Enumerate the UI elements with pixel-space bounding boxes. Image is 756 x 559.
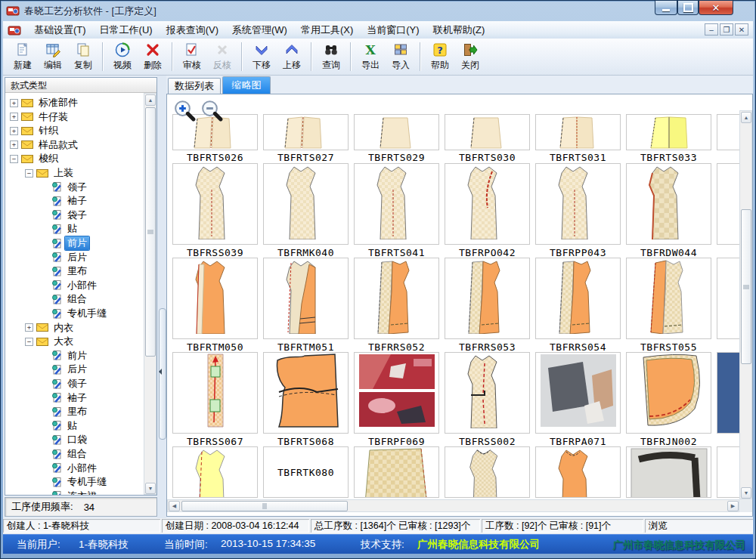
tree-item-组合[interactable]: 组合 xyxy=(40,447,89,461)
thumbnail-cell-TBFRPO042[interactable] xyxy=(445,163,530,245)
tree-item-袖子[interactable]: 袖子 xyxy=(40,391,89,405)
menu-item-2[interactable]: 日常工作(U) xyxy=(93,21,160,39)
tree-item-内衣[interactable]: +内衣 xyxy=(25,321,76,335)
tree-item-大衣[interactable]: −大衣 xyxy=(25,335,76,348)
tree-item-贴[interactable]: 贴 xyxy=(40,419,79,433)
tree-item-领子[interactable]: 领子 xyxy=(40,377,89,391)
grid-hscroll-thumb[interactable] xyxy=(181,501,348,511)
thumbnail-cell-partial[interactable] xyxy=(717,352,742,434)
thumbnail-cell-TBFRTM050[interactable] xyxy=(172,258,258,339)
maximize-button[interactable] xyxy=(677,1,699,15)
thumbnail-cell-TBFRTS029[interactable] xyxy=(354,114,439,150)
tree-item-前片-selected[interactable]: 前片 xyxy=(40,236,89,250)
thumbnail-cell-TBFRDW044[interactable] xyxy=(626,163,711,245)
toolbar-audit-button[interactable]: 审核 xyxy=(177,40,207,73)
tree-item-专机手缝[interactable]: 专机手缝 xyxy=(40,307,109,320)
tree-item-前片[interactable]: 前片 xyxy=(40,349,89,363)
tree-item-组合[interactable]: 组合 xyxy=(40,292,89,306)
thumbnail-cell-partial[interactable] xyxy=(717,258,742,339)
toolbar-import-button[interactable]: 导入 xyxy=(386,40,416,73)
tree-item-连衣裙[interactable]: 连衣裙 xyxy=(40,490,99,495)
thumbnail-cell-TBFRSS002[interactable] xyxy=(445,352,530,434)
tab-thumbnail[interactable]: 缩略图 xyxy=(222,76,271,94)
tree-item-里布[interactable]: 里布 xyxy=(40,405,89,418)
grid-hscrollbar[interactable]: ◀ ▶ xyxy=(167,499,739,512)
expand-icon[interactable]: + xyxy=(10,141,18,149)
tree-scroll-thumb[interactable] xyxy=(145,107,156,357)
zoom-out-button[interactable] xyxy=(200,99,223,122)
tree-item-针织[interactable]: +针织 xyxy=(10,124,60,137)
tree-scroll-up-icon[interactable]: ▲ xyxy=(145,94,156,106)
thumbnail-cell[interactable] xyxy=(626,446,711,498)
thumbnail-cell-TBFRJN002[interactable] xyxy=(626,352,711,434)
collapse-icon[interactable]: − xyxy=(25,338,33,346)
toolbar-help-button[interactable]: ?帮助 xyxy=(425,40,455,73)
mdi-restore-button[interactable]: ❐ xyxy=(720,23,733,36)
toolbar-new-button[interactable]: 新建 xyxy=(8,40,38,73)
thumbnail-cell-TBFRTM051[interactable] xyxy=(263,258,349,339)
tree-item-领子[interactable]: 领子 xyxy=(40,181,89,194)
tree-item-后片[interactable]: 后片 xyxy=(40,363,89,376)
thumbnail-cell[interactable] xyxy=(445,446,530,498)
close-button[interactable]: ✕ xyxy=(699,1,733,15)
tree-item-贴[interactable]: 贴 xyxy=(40,222,79,236)
thumbnail-cell-TBFRRS053[interactable] xyxy=(445,258,530,339)
thumbnail-cell-TBFRTS031[interactable] xyxy=(535,114,621,150)
tree-item-后片[interactable]: 后片 xyxy=(40,251,89,264)
thumbnail-cell-TBFRMK040[interactable] xyxy=(263,163,349,245)
tree-item-袋子[interactable]: 袋子 xyxy=(40,208,89,222)
expand-icon[interactable]: + xyxy=(10,113,18,121)
tree-item-样品款式[interactable]: +样品款式 xyxy=(10,138,80,152)
thumbnail-cell-TBFRTS027[interactable] xyxy=(263,114,349,150)
grid-scroll-down-icon[interactable]: ▼ xyxy=(741,487,751,499)
thumbnail-cell-TBFRTK080[interactable]: TBFRTK080 xyxy=(263,446,349,498)
thumbnail-cell-TBFRPP043[interactable] xyxy=(535,163,621,245)
toolbar-move-down-button[interactable]: 下移 xyxy=(246,40,277,73)
thumbnail-cell-TBFRRS052[interactable] xyxy=(354,258,439,339)
tree-item-梭织[interactable]: −梭织 xyxy=(10,152,60,165)
tree-item-里布[interactable]: 里布 xyxy=(40,264,89,278)
collapse-icon[interactable]: − xyxy=(25,169,33,178)
thumbnail-cell[interactable] xyxy=(535,446,621,498)
thumbnail-cell-TBFRTS033[interactable] xyxy=(626,114,711,150)
toolbar-video-button[interactable]: 视频 xyxy=(107,40,138,73)
thumbnail-cell-TBFRTS041[interactable] xyxy=(354,163,439,245)
grid-vscrollbar[interactable]: ▲ ▼ xyxy=(739,110,752,499)
toolbar-search-button[interactable]: 查询 xyxy=(316,40,346,73)
tree-item-小部件[interactable]: 小部件 xyxy=(40,279,99,292)
thumbnail-cell-partial[interactable] xyxy=(717,114,742,150)
tree-item-牛仔装[interactable]: +牛仔装 xyxy=(10,110,70,124)
thumbnail-cell-partial[interactable] xyxy=(717,446,742,498)
tree-item-专机手缝[interactable]: 专机手缝 xyxy=(40,475,109,489)
thumbnail-cell-TBFRRS054[interactable] xyxy=(535,258,621,339)
menu-item-7[interactable]: 联机帮助(Z) xyxy=(426,21,492,39)
expand-icon[interactable]: + xyxy=(10,99,18,107)
expand-icon[interactable]: + xyxy=(25,323,33,332)
tab-data-list[interactable]: 数据列表 xyxy=(168,78,221,94)
toolbar-move-up-button[interactable]: 上移 xyxy=(277,40,307,73)
tree-item-上装[interactable]: −上装 xyxy=(25,166,76,180)
menu-item-5[interactable]: 常用工具(X) xyxy=(294,21,360,39)
mdi-close-button[interactable]: ✕ xyxy=(735,23,748,36)
thumbnail-cell-TBFRPA071[interactable] xyxy=(535,352,621,434)
title-bar[interactable]: 春晓工艺分析软件 - [工序定义] ✕ xyxy=(0,0,756,21)
collapse-icon[interactable]: − xyxy=(10,155,18,163)
menu-item-6[interactable]: 当前窗口(Y) xyxy=(360,21,426,39)
tree-item-小部件[interactable]: 小部件 xyxy=(40,462,99,475)
thumbnail-cell-TBFRTS030[interactable] xyxy=(445,114,530,150)
toolbar-close-button[interactable]: 关闭 xyxy=(455,40,485,73)
grid-scroll-up-icon[interactable]: ▲ xyxy=(741,112,751,123)
tree-item-袖子[interactable]: 袖子 xyxy=(40,194,89,208)
mdi-minimize-button[interactable]: – xyxy=(705,23,718,36)
toolbar-export-button[interactable]: X导出 xyxy=(355,40,386,73)
tree-scrollbar[interactable]: ▲ ▼ xyxy=(144,93,156,495)
panel-splitter[interactable] xyxy=(157,76,166,518)
toolbar-edit-button[interactable]: 编辑 xyxy=(38,40,68,73)
toolbar-copy-button[interactable]: 复制 xyxy=(68,40,98,73)
thumbnail-cell-TBFRSS039[interactable] xyxy=(172,163,258,245)
tree-scroll-down-icon[interactable]: ▼ xyxy=(145,483,156,494)
menu-item-1[interactable]: 基础设置(T) xyxy=(27,21,93,39)
minimize-button[interactable] xyxy=(655,1,677,15)
thumbnail-cell-partial[interactable] xyxy=(717,163,742,245)
thumbnail-cell-TBFRPF069[interactable] xyxy=(354,352,439,434)
